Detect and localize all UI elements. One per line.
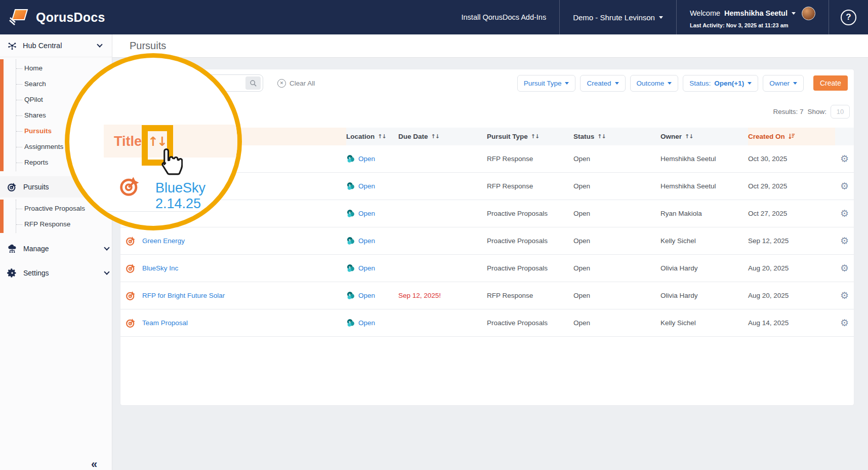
sort-icon: ↑↓ <box>531 133 539 140</box>
sidebar-item-rfp-response[interactable]: RFP Response <box>16 216 112 232</box>
target-icon <box>126 263 136 273</box>
sidebar-item-settings[interactable]: Settings <box>0 264 112 282</box>
created-on-cell: Oct 30, 2025 <box>748 155 835 163</box>
target-icon <box>126 236 136 246</box>
owner-cell: Kelly Sichel <box>660 237 748 245</box>
settings-label: Settings <box>23 269 49 277</box>
created-on-cell: Oct 29, 2025 <box>748 182 835 190</box>
pursuit-type-cell: Proactive Proposals <box>487 237 573 245</box>
row-actions-gear-icon[interactable]: ⚙ <box>840 318 849 328</box>
row-actions-gear-icon[interactable]: ⚙ <box>840 154 849 164</box>
filter-label: Outcome <box>637 80 665 87</box>
sharepoint-icon <box>346 319 355 327</box>
table-row: RFP for Bright Future Solar Open Sep 12,… <box>120 282 854 309</box>
pursuit-type-cell: RFP Response <box>487 292 573 299</box>
install-addins[interactable]: Install QorusDocs Add-Ins <box>448 0 560 34</box>
zoom-callout-circle: Title ↑↓ BlueSky 2.14.25 <box>65 53 242 230</box>
account-switcher[interactable]: Demo - Shrute Levinson <box>559 0 676 34</box>
created-on-cell: Sep 12, 2025 <box>748 237 835 245</box>
pursuit-title-link[interactable]: Team Proposal <box>142 319 188 327</box>
owner-cell: Ryan Makiola <box>660 210 748 217</box>
sort-icon: ↑↓ <box>431 133 439 140</box>
row-actions-gear-icon[interactable]: ⚙ <box>840 263 849 273</box>
column-label: Owner <box>660 133 682 140</box>
status-cell: Open <box>573 264 660 272</box>
filter-label: Status: <box>689 80 711 87</box>
install-addins-label: Install QorusDocs Add-Ins <box>462 13 547 21</box>
last-activity: Last Activity: Nov 3, 2025 at 11:23 am <box>690 22 815 28</box>
filter-outcome[interactable]: Outcome <box>630 75 679 92</box>
magnified-title-header-label: Title <box>114 134 142 149</box>
created-on-cell: Oct 27, 2025 <box>748 210 835 217</box>
row-actions-gear-icon[interactable]: ⚙ <box>840 209 849 218</box>
target-icon <box>119 175 141 197</box>
location-open-link[interactable]: Open <box>358 210 375 217</box>
pursuit-title-link[interactable]: Green Energy <box>142 237 185 245</box>
chevron-down-icon <box>97 42 102 47</box>
row-actions-gear-icon[interactable]: ⚙ <box>840 291 849 300</box>
chevron-down-icon <box>659 16 663 19</box>
pursuit-title-link[interactable]: RFP for Bright Future Solar <box>142 292 225 299</box>
pursuit-type-cell: Proactive Proposals <box>487 264 573 272</box>
filter-status[interactable]: Status: Open(+1) <box>683 75 758 92</box>
column-label: Created On <box>748 133 785 140</box>
pursuit-title-link[interactable]: BlueSky Inc <box>142 264 178 272</box>
column-header-status[interactable]: Status ↑↓ <box>573 128 660 145</box>
owner-cell: Hemshikha Seetul <box>660 182 748 190</box>
help-icon[interactable]: ? <box>841 10 856 25</box>
filters: Pursuit Type Created Outcome Status: Ope… <box>517 75 848 92</box>
clear-all-icon: ✕ <box>277 79 286 88</box>
filter-owner[interactable]: Owner <box>763 75 804 92</box>
created-on-cell: Aug 20, 2025 <box>748 292 835 299</box>
search-button[interactable] <box>245 76 261 90</box>
chevron-down-icon <box>793 82 797 85</box>
sharepoint-icon <box>346 154 355 163</box>
sharepoint-icon <box>346 182 355 190</box>
row-actions-gear-icon[interactable]: ⚙ <box>840 236 849 246</box>
welcome-prefix: Welcome <box>690 9 720 17</box>
account-switcher-label: Demo - Shrute Levinson <box>573 13 655 22</box>
location-open-link[interactable]: Open <box>358 319 375 327</box>
due-date-cell-overdue: Sep 12, 2025! <box>398 292 487 299</box>
user-menu[interactable]: Welcome Hemshikha Seetul Last Activity: … <box>676 0 829 34</box>
filter-label: Owner <box>769 80 790 87</box>
target-icon <box>7 182 17 192</box>
column-header-due-date[interactable]: Due Date ↑↓ <box>398 128 487 145</box>
column-header-owner[interactable]: Owner ↑↓ <box>660 128 748 145</box>
top-navbar: QorusDocs Install QorusDocs Add-Ins Demo… <box>0 0 868 34</box>
brand[interactable]: QorusDocs <box>0 0 105 34</box>
filter-label: Created <box>587 80 611 87</box>
chevron-down-icon <box>748 82 752 85</box>
sort-descending-icon <box>788 133 796 140</box>
create-button[interactable]: Create <box>813 75 848 91</box>
status-cell: Open <box>573 182 660 190</box>
status-cell: Open <box>573 155 660 163</box>
row-actions-gear-icon[interactable]: ⚙ <box>840 181 849 191</box>
location-open-link[interactable]: Open <box>358 292 375 299</box>
page-size-input[interactable]: 10 <box>831 105 850 119</box>
avatar[interactable] <box>802 7 815 20</box>
column-header-pursuit-type[interactable]: Pursuit Type ↑↓ <box>487 128 573 145</box>
location-open-link[interactable]: Open <box>358 237 375 245</box>
table-row: Open Proactive Proposals Open Ryan Makio… <box>120 200 854 227</box>
filter-created[interactable]: Created <box>580 75 625 92</box>
chevron-down-icon <box>104 245 109 250</box>
column-header-created-on[interactable]: Created On <box>748 128 835 145</box>
sharepoint-icon <box>346 209 355 218</box>
column-label: Location <box>346 133 375 140</box>
toolbar: ✕ Clear All Pursuit Type Created Outcome… <box>120 69 854 92</box>
sidebar-item-hub-central[interactable]: Hub Central <box>0 34 112 57</box>
clear-all-button[interactable]: ✕ Clear All <box>277 79 315 88</box>
location-open-link[interactable]: Open <box>358 182 375 190</box>
location-open-link[interactable]: Open <box>358 155 375 163</box>
column-header-location[interactable]: Location ↑↓ <box>346 128 398 145</box>
filter-pursuit-type[interactable]: Pursuit Type <box>517 75 576 92</box>
created-on-cell: Aug 14, 2025 <box>748 319 835 327</box>
page-title: Pursuits <box>130 40 166 52</box>
sharepoint-icon <box>346 264 355 272</box>
sidebar-item-manage[interactable]: Manage <box>0 240 112 257</box>
status-cell: Open <box>573 210 660 217</box>
help-section: ? <box>829 0 868 34</box>
location-open-link[interactable]: Open <box>358 264 375 272</box>
sidebar-collapse-button[interactable]: « <box>91 459 97 470</box>
